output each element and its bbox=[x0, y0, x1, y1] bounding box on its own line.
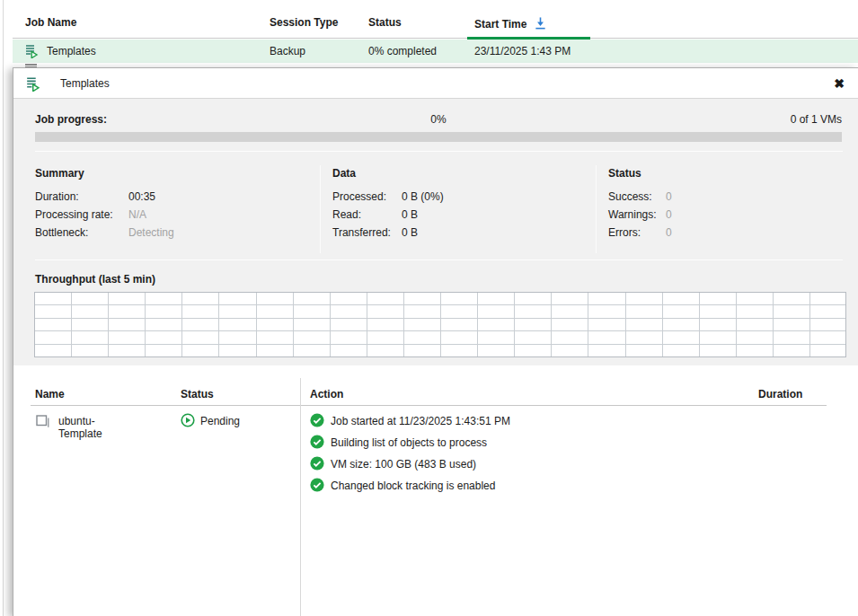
data-section: Data Processed:0 B (0%) Read:0 B Transfe… bbox=[320, 167, 580, 180]
success-check-icon bbox=[310, 456, 324, 471]
warnings-value: 0 bbox=[666, 208, 672, 221]
transferred-label: Transferred: bbox=[332, 226, 402, 239]
vm-column-header-name[interactable]: Name bbox=[35, 388, 65, 400]
throughput-chart-grid bbox=[34, 292, 846, 357]
errors-label: Errors: bbox=[608, 226, 666, 239]
vm-header-divider bbox=[31, 405, 827, 406]
vm-name: ubuntu-Template bbox=[58, 415, 102, 440]
column-header-session-type[interactable]: Session Type bbox=[270, 16, 338, 34]
duration-value: 00:35 bbox=[128, 190, 155, 203]
job-session-row[interactable]: Templates Backup 0% completed 23/11/2025… bbox=[13, 40, 858, 63]
separator bbox=[35, 151, 843, 152]
throughput-title: Throughput (last 5 min) bbox=[35, 273, 155, 286]
processing-rate-label: Processing rate: bbox=[35, 208, 128, 221]
processing-rate-value: N/A bbox=[128, 208, 146, 221]
status-cell: 0% completed bbox=[368, 45, 437, 57]
sort-descending-icon bbox=[534, 16, 547, 33]
read-value: 0 B bbox=[402, 208, 418, 221]
action-log-item[interactable]: Job started at 11/23/2025 1:43:51 PM bbox=[310, 413, 324, 429]
column-header-start-time-label: Start Time bbox=[474, 18, 526, 31]
processed-label: Processed: bbox=[332, 190, 402, 203]
dialog-title: Templates bbox=[60, 77, 110, 90]
column-header-start-time[interactable]: Start Time bbox=[474, 16, 547, 34]
vm-column-header-action[interactable]: Action bbox=[310, 388, 343, 400]
vm-row[interactable]: ubuntu-Template bbox=[35, 413, 50, 429]
success-check-icon bbox=[310, 435, 324, 449]
status-section: Status Success:0 Warnings:0 Errors:0 bbox=[596, 167, 838, 180]
job-progress-percent: 0% bbox=[35, 113, 842, 126]
session-type-cell: Backup bbox=[270, 45, 305, 57]
job-progress-row: Job progress: 0% 0 of 1 VMs bbox=[35, 113, 842, 128]
summary-section: Summary Duration:00:35 Processing rate:N… bbox=[35, 167, 305, 180]
vm-column-divider bbox=[300, 378, 301, 616]
errors-value: 0 bbox=[666, 226, 672, 239]
vm-status[interactable]: Pending bbox=[181, 413, 195, 429]
job-name-cell: Templates bbox=[47, 45, 96, 57]
column-header-status[interactable]: Status bbox=[368, 16, 402, 34]
success-value: 0 bbox=[666, 190, 672, 203]
job-progress-dialog: Templates ✖ Job progress: 0% 0 of 1 VMs … bbox=[13, 67, 858, 616]
start-time-cell: 23/11/2025 1:43 PM bbox=[474, 45, 571, 57]
separator bbox=[35, 260, 843, 260]
job-progress-vm-count: 0 of 1 VMs bbox=[791, 113, 842, 126]
read-label: Read: bbox=[332, 208, 402, 221]
vm-status-text: Pending bbox=[200, 415, 240, 427]
summary-title: Summary bbox=[35, 167, 305, 180]
panel-left-edge bbox=[3, 0, 4, 616]
success-check-icon bbox=[310, 413, 324, 427]
pending-status-icon bbox=[181, 413, 195, 427]
dialog-titlebar[interactable]: Templates ✖ bbox=[13, 68, 858, 99]
column-header-job-name[interactable]: Job Name bbox=[25, 16, 76, 34]
action-text: VM size: 100 GB (483 B used) bbox=[331, 458, 476, 471]
vm-task-panel: Name Status Action Duration ubuntu-Templ… bbox=[13, 365, 858, 616]
vm-template-icon bbox=[35, 413, 50, 428]
backup-job-icon bbox=[23, 43, 39, 58]
action-text: Building list of objects to process bbox=[331, 436, 487, 449]
action-log-item[interactable]: Changed block tracking is enabled bbox=[310, 478, 324, 494]
bottleneck-value: Detecting bbox=[128, 226, 174, 239]
vm-column-header-status[interactable]: Status bbox=[181, 388, 214, 400]
processed-value: 0 B (0%) bbox=[402, 190, 444, 203]
data-title: Data bbox=[332, 167, 580, 180]
success-label: Success: bbox=[608, 190, 666, 203]
header-divider bbox=[13, 38, 858, 39]
close-icon[interactable]: ✖ bbox=[829, 74, 849, 93]
duration-label: Duration: bbox=[35, 190, 128, 203]
action-text: Changed block tracking is enabled bbox=[331, 480, 495, 492]
action-text: Job started at 11/23/2025 1:43:51 PM bbox=[331, 415, 510, 427]
transferred-value: 0 B bbox=[402, 226, 418, 239]
action-log-item[interactable]: Building list of objects to process bbox=[310, 435, 324, 451]
action-log-item[interactable]: VM size: 100 GB (483 B used) bbox=[310, 456, 324, 472]
success-check-icon bbox=[310, 478, 324, 492]
warnings-label: Warnings: bbox=[608, 208, 666, 221]
bottleneck-label: Bottleneck: bbox=[35, 226, 128, 239]
status-title: Status bbox=[608, 167, 838, 180]
job-progress-bar bbox=[35, 132, 842, 142]
vm-column-header-duration[interactable]: Duration bbox=[758, 388, 802, 400]
backup-job-icon bbox=[24, 75, 40, 92]
